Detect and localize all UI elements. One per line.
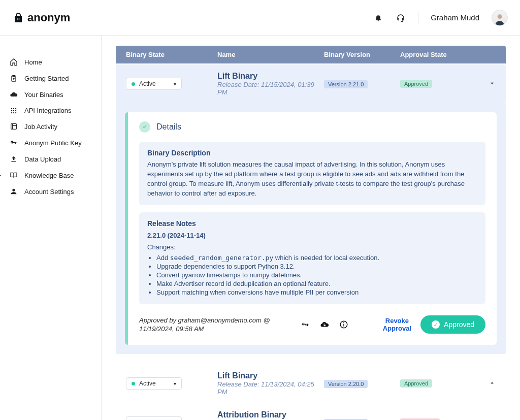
status-badge: Approved [400,80,432,88]
approved-by-text: Approved by graham@anonymdemo.com @ 11/1… [139,316,291,334]
sidebar-item-public-key[interactable]: Anonym Public Key [4,135,97,151]
compare-arrows-icon[interactable] [301,320,310,329]
binary-state-select[interactable]: Active ▾ [126,78,182,90]
cloud-download-icon[interactable] [320,320,329,329]
release-date: Release Date: 11/15/2024, 01:39 PM [217,81,324,96]
topbar-right: Graham Mudd [373,10,508,26]
chevron-down-icon[interactable] [489,80,496,88]
active-dot-icon [132,382,135,385]
chevron-up-icon[interactable] [489,379,496,388]
change-item: Add seeded_random_generator.py which is … [156,254,477,262]
info-icon[interactable] [339,320,348,329]
status-badge: Approved [400,379,432,387]
sidebar-item-home[interactable]: Home [4,54,97,70]
svg-point-11 [15,112,16,113]
release-notes-heading: Release Notes [147,219,477,228]
topbar: anonym Graham Mudd [0,0,520,36]
col-header-state: Binary State [126,51,217,58]
plus-icon[interactable]: + [0,171,1,179]
svg-point-10 [13,112,14,113]
sidebar-item-label: Data Upload [24,155,61,163]
svg-point-4 [13,108,14,109]
clipboard-icon [9,74,18,82]
binary-state-select[interactable]: Active ▾ [126,377,182,390]
changes-list: Add seeded_random_generator.py which is … [147,254,477,296]
svg-point-3 [11,108,12,109]
sidebar-item-knowledge-base[interactable]: Knowledge Base [4,167,97,183]
details-card: Details Binary Description Anonym's priv… [125,112,497,345]
check-icon: ✓ [432,320,440,329]
col-header-name: Name [217,51,324,58]
home-icon [9,58,18,66]
release-date: Release Date: 11/13/2024, 04:25 PM [217,380,324,396]
sidebar-item-label: Getting Started [24,75,69,82]
table-row[interactable]: Active ▾ Lift Binary Release Date: 11/15… [116,64,506,103]
sidebar-item-account-settings[interactable]: Account Settings [4,183,97,200]
binary-name: Attribution Binary [217,410,324,419]
svg-rect-15 [343,324,344,327]
revoke-approval-link[interactable]: RevokeApproval [383,317,411,333]
table-header: Binary State Name Binary Version Approva… [116,46,506,63]
sidebar-item-your-binaries[interactable]: Your Binaries [4,86,97,103]
sidebar-item-label: Job Activity [24,123,57,131]
sidebar-item-label: Your Binaries [24,91,63,99]
activity-icon [9,122,18,131]
change-item: Upgrade dependencies to support Python 3… [156,263,477,270]
binary-state-select[interactable]: Active ▾ [126,416,182,420]
approval-row: Approved by graham@anonymdemo.com @ 11/1… [139,315,485,334]
change-item: Support matching when conversions have m… [156,288,477,296]
version-pill: Version 2.21.0 [324,80,368,88]
user-icon [9,187,18,196]
change-item: Make Advertiser record id deduplication … [156,280,477,287]
changes-label: Changes: [147,243,477,251]
upload-icon [9,155,18,163]
release-notes-block: Release Notes 2.21.0 (2024-11-14) Change… [139,212,485,304]
brand-text: anonym [27,11,70,24]
col-header-version: Binary Version [324,51,400,58]
avatar[interactable] [492,10,508,26]
sidebar-item-label: Knowledge Base [24,172,74,179]
table-row[interactable]: Active ▾ Lift Binary Release Date: 11/13… [116,364,506,403]
details-title: Details [156,122,181,132]
sidebar-item-job-activity[interactable]: Job Activity [4,118,97,135]
support-headset-icon[interactable] [396,13,406,23]
sidebar-item-getting-started[interactable]: Getting Started [4,70,97,86]
notification-bell-icon[interactable] [373,13,383,23]
sidebar-item-label: API Integrations [24,107,72,114]
svg-point-13 [11,142,12,143]
sidebar-item-label: Home [24,58,42,66]
svg-rect-12 [11,124,17,130]
table-row[interactable]: Active ▾ Attribution Binary Release Date… [116,403,506,420]
chevron-down-icon: ▾ [174,81,176,87]
sidebar-item-api-integrations[interactable]: API Integrations [4,103,97,118]
col-header-approval: Approval State [400,51,496,58]
check-circle-icon [139,121,150,133]
chevron-down-icon: ▾ [174,381,176,386]
logo[interactable]: anonym [12,11,70,24]
divider [418,12,418,24]
binary-name: Lift Binary [217,371,324,380]
main-content: Binary State Name Binary Version Approva… [102,36,520,420]
version-pill: Version 2.20.0 [324,380,368,388]
description-body: Anonym's private lift solution measures … [147,160,477,198]
svg-point-7 [13,110,14,111]
state-label: Active [139,380,156,387]
state-label: Active [139,80,156,87]
username[interactable]: Graham Mudd [431,13,479,22]
sidebar: Home Getting Started Your Binaries API I… [0,36,102,420]
svg-point-6 [11,110,12,111]
svg-rect-1 [18,18,19,20]
sidebar-item-data-upload[interactable]: Data Upload [4,151,97,167]
approved-button[interactable]: ✓ Approved [420,315,485,334]
svg-point-2 [498,14,502,19]
description-block: Binary Description Anonym's private lift… [139,142,485,205]
logo-lock-icon [12,12,24,24]
active-dot-icon [132,82,135,86]
binary-name: Lift Binary [217,72,324,81]
change-item: Convert pyarrow timestamps to numpy date… [156,271,477,279]
release-notes-version: 2.21.0 (2024-11-14) [147,232,477,239]
book-open-icon [9,171,18,179]
sidebar-item-label: Anonym Public Key [24,139,82,147]
key-icon [9,139,18,147]
details-panel: Details Binary Description Anonym's priv… [116,103,506,354]
